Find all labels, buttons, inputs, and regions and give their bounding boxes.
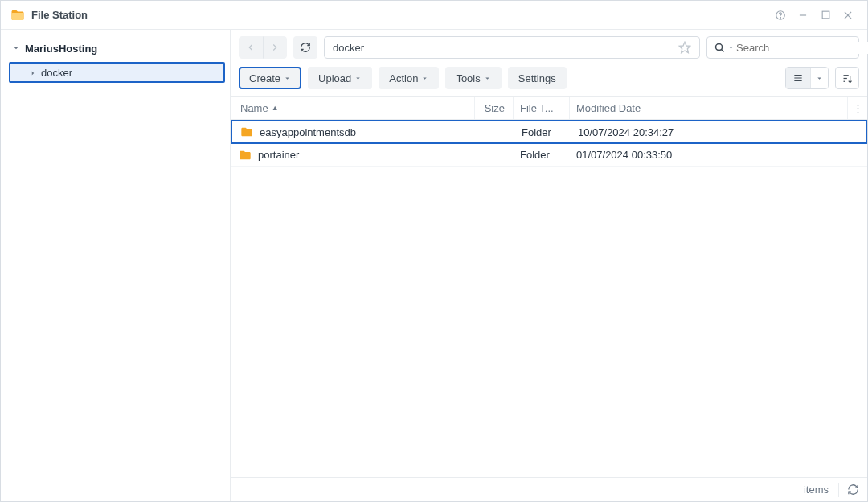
chevron-down-icon <box>12 44 23 52</box>
svg-line-8 <box>722 49 724 51</box>
app-folder-icon <box>10 8 25 23</box>
items-label: items <box>804 483 829 496</box>
table-row[interactable]: portainer Folder 01/07/2024 00:33:50 <box>231 144 867 167</box>
titlebar: File Station <box>1 1 867 30</box>
caret-down-icon <box>284 75 291 82</box>
column-name[interactable]: Name ▲ <box>231 97 475 119</box>
tree-item-label: docker <box>41 67 72 79</box>
close-button[interactable] <box>837 4 859 27</box>
settings-label: Settings <box>518 72 556 84</box>
row-name: portainer <box>258 149 299 161</box>
list-view-button[interactable] <box>786 68 810 88</box>
view-mode-group <box>785 67 829 89</box>
tree-root-label: MariusHosting <box>25 43 97 55</box>
app-title: File Station <box>31 9 88 21</box>
caret-down-icon <box>421 75 428 82</box>
refresh-button[interactable] <box>293 36 317 59</box>
search-icon <box>714 42 726 54</box>
nav-forward-button[interactable] <box>263 36 287 59</box>
upload-button[interactable]: Upload <box>308 67 372 89</box>
tools-button[interactable]: Tools <box>445 67 501 89</box>
create-label: Create <box>249 72 280 84</box>
nav-back-button[interactable] <box>239 36 263 59</box>
main-panel: Create Upload Action Tools Settings <box>231 30 867 501</box>
nav-buttons <box>239 36 287 59</box>
search-box <box>706 36 859 59</box>
row-date: 10/07/2024 20:34:27 <box>571 126 866 138</box>
svg-rect-3 <box>822 11 829 19</box>
help-button[interactable] <box>769 4 792 27</box>
column-type[interactable]: File T... <box>514 97 570 119</box>
chevron-right-icon <box>29 68 37 77</box>
column-more-button[interactable]: ⋮ <box>848 97 867 119</box>
action-button[interactable]: Action <box>379 67 439 89</box>
tools-label: Tools <box>456 72 480 84</box>
column-date[interactable]: Modified Date <box>570 97 848 119</box>
row-type: Folder <box>515 126 571 138</box>
create-button[interactable]: Create <box>239 67 301 89</box>
svg-point-1 <box>780 17 781 18</box>
tree-root[interactable]: MariusHosting <box>6 38 225 59</box>
caret-down-icon <box>354 75 362 82</box>
row-date: 01/07/2024 00:33:50 <box>570 149 867 161</box>
folder-icon <box>239 149 252 162</box>
column-size[interactable]: Size <box>475 97 514 119</box>
toolbar: Create Upload Action Tools Settings <box>231 64 867 96</box>
row-name: easyappointmentsdb <box>260 126 356 138</box>
settings-button[interactable]: Settings <box>508 67 567 89</box>
tree-item-docker[interactable]: docker <box>9 62 225 83</box>
sort-asc-icon: ▲ <box>272 104 279 112</box>
svg-marker-6 <box>679 42 690 52</box>
sidebar: MariusHosting docker <box>1 30 231 501</box>
folder-icon <box>240 126 253 138</box>
view-mode-caret[interactable] <box>810 68 828 88</box>
sort-button[interactable] <box>835 67 859 89</box>
search-input[interactable] <box>736 42 868 54</box>
svg-point-7 <box>716 43 723 50</box>
caret-down-icon <box>484 75 491 82</box>
status-refresh-button[interactable] <box>838 483 859 497</box>
row-type: Folder <box>514 149 570 161</box>
path-box <box>324 36 700 59</box>
table-header: Name ▲ Size File T... Modified Date ⋮ <box>231 96 867 120</box>
search-caret-icon[interactable] <box>727 44 735 51</box>
file-list: easyappointmentsdb Folder 10/07/2024 20:… <box>231 120 867 477</box>
table-row[interactable]: easyappointmentsdb Folder 10/07/2024 20:… <box>231 120 867 144</box>
action-label: Action <box>389 72 418 84</box>
status-bar: items <box>231 477 867 501</box>
maximize-button[interactable] <box>814 4 837 27</box>
path-input[interactable] <box>333 42 675 54</box>
favorite-star-icon[interactable] <box>675 41 694 54</box>
minimize-button[interactable] <box>792 4 814 27</box>
upload-label: Upload <box>318 72 351 84</box>
